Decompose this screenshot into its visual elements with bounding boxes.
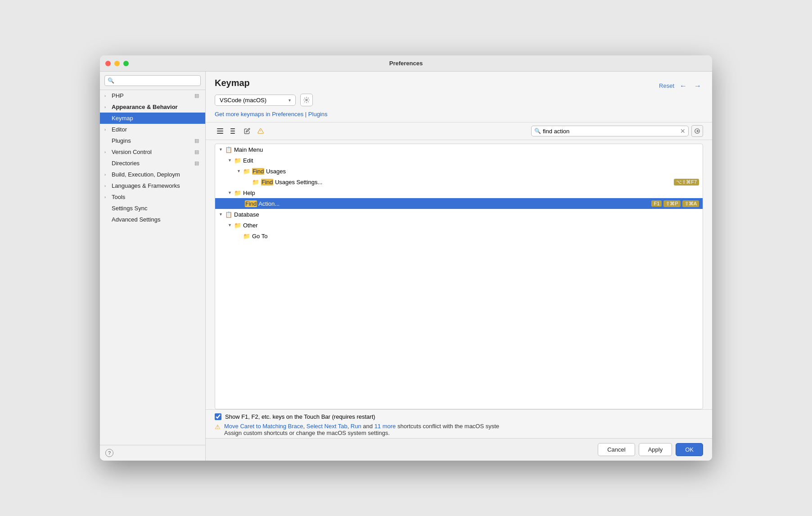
shortcut-badge: ⌥⇧⌘F7 — [674, 179, 699, 186]
sidebar-item-label: Languages & Frameworks — [112, 182, 201, 189]
sidebar-item-editor[interactable]: › Editor — [100, 124, 205, 135]
tree-row[interactable]: ▼ 📁 Other — [215, 220, 703, 231]
sidebar-item-build-execution[interactable]: › Build, Execution, Deploym — [100, 169, 205, 180]
folder-icon: 📁 — [234, 222, 241, 229]
sidebar-item-advanced-settings[interactable]: Advanced Settings — [100, 214, 205, 225]
warning-link-4[interactable]: 11 more — [374, 423, 396, 430]
panel-header: Keymap Reset ← → VSCode (macOS) ▾ — [206, 72, 712, 122]
tree-row[interactable]: ▼ 📋 Database — [215, 209, 703, 220]
chevron-icon: › — [104, 127, 111, 132]
chevron-icon: › — [104, 184, 111, 188]
shortcuts: ⌥⇧⌘F7 — [674, 179, 699, 186]
badge-icon: ▤ — [194, 149, 201, 155]
sidebar-item-directories[interactable]: Directories ▤ — [100, 158, 205, 169]
warning-link-3[interactable]: Run — [351, 423, 361, 430]
sidebar-item-keymap[interactable]: Keymap — [100, 113, 205, 124]
sidebar-item-php[interactable]: › PHP ▤ — [100, 90, 205, 101]
row-label: Database — [234, 211, 699, 218]
sidebar-item-tools[interactable]: › Tools — [100, 191, 205, 203]
tree-row-find-action[interactable]: Find Action... F1 ⇧⌘P ⇧⌘A — [215, 198, 703, 209]
close-button[interactable] — [105, 61, 111, 66]
tree-row[interactable]: 📁 Go To — [215, 231, 703, 241]
expand-all-button[interactable] — [215, 126, 226, 136]
sidebar-item-version-control[interactable]: › Version Control ▤ — [100, 146, 205, 158]
folder-icon: 📁 — [252, 179, 259, 186]
warning-link-2[interactable]: Select Next Tab — [307, 423, 347, 430]
chevron-icon: › — [104, 195, 111, 199]
find-highlight: Find — [245, 200, 257, 207]
sidebar-bottom: ? — [100, 445, 205, 461]
row-label: Main Menu — [234, 146, 699, 153]
warning-text: Move Caret to Matching Brace, Select Nex… — [224, 423, 499, 436]
row-label: Find Action... — [245, 200, 651, 207]
sidebar-item-label: Keymap — [112, 115, 201, 122]
sidebar-item-appearance-behavior[interactable]: › Appearance & Behavior — [100, 101, 205, 113]
expander-icon: ▼ — [228, 190, 234, 195]
row-label: Help — [243, 190, 699, 196]
collapse-all-button[interactable] — [228, 126, 239, 136]
tree-row[interactable]: ▼ 📁 Help — [215, 187, 703, 198]
nav-buttons: Reset ← → — [659, 81, 703, 91]
svg-rect-3 — [217, 133, 223, 134]
sidebar-item-plugins[interactable]: Plugins ▤ — [100, 135, 205, 146]
sidebar-item-label: Settings Sync — [112, 205, 201, 212]
warning-filter-button[interactable] — [255, 126, 266, 136]
search-clear-button[interactable]: ✕ — [680, 127, 686, 135]
tree-row[interactable]: ▼ 📁 Edit — [215, 155, 703, 166]
sidebar-item-settings-sync[interactable]: Settings Sync — [100, 203, 205, 214]
cancel-button[interactable]: Cancel — [598, 443, 635, 456]
sidebar-item-label: PHP — [112, 92, 194, 99]
keymap-dropdown-label: VSCode (macOS) — [220, 97, 266, 104]
search-icon: 🔍 — [534, 128, 541, 134]
tree-row[interactable]: ▼ 📁 Find Usages — [215, 166, 703, 177]
bottom-area: Show F1, F2, etc. keys on the Touch Bar … — [206, 409, 712, 438]
forward-button[interactable]: → — [692, 81, 703, 91]
plugins-link[interactable]: Get more keymaps in Preferences | Plugin… — [215, 111, 328, 118]
row-label: Edit — [243, 157, 699, 164]
record-shortcut-button[interactable] — [691, 125, 703, 137]
help-button[interactable]: ? — [105, 449, 113, 457]
warning-suffix: shortcuts conflict with the macOS syste — [397, 423, 499, 430]
main-content: › PHP ▤ › Appearance & Behavior Keymap ›… — [100, 72, 712, 461]
sidebar-search-input[interactable] — [104, 75, 201, 86]
expand-all-icon — [217, 127, 224, 135]
expander-icon: ▼ — [219, 212, 225, 217]
gear-icon — [303, 97, 310, 103]
apply-button[interactable]: Apply — [639, 443, 672, 456]
reset-button[interactable]: Reset — [659, 82, 674, 89]
maximize-button[interactable] — [123, 61, 129, 66]
ok-button[interactable]: OK — [676, 443, 703, 456]
sidebar-search-container — [100, 72, 205, 90]
row-label: Find Usages Settings... — [261, 179, 674, 186]
folder-icon: 📁 — [234, 190, 241, 196]
tree-row[interactable]: 📁 Find Usages Settings... ⌥⇧⌘F7 — [215, 177, 703, 187]
shortcut-badge-f1: F1 — [651, 200, 662, 207]
svg-rect-2 — [217, 131, 223, 131]
svg-rect-6 — [230, 133, 235, 134]
expander-icon: ▼ — [228, 158, 234, 163]
edit-shortcut-button[interactable] — [242, 126, 253, 136]
search-input[interactable] — [543, 128, 678, 135]
checkbox-row: Show F1, F2, etc. keys on the Touch Bar … — [215, 413, 703, 420]
warning-link-1[interactable]: Move Caret to Matching Brace — [224, 423, 303, 430]
panel-title: Keymap — [215, 78, 250, 88]
chevron-icon: › — [104, 105, 111, 109]
back-button[interactable]: ← — [678, 81, 689, 91]
minimize-button[interactable] — [114, 61, 120, 66]
gear-button[interactable] — [300, 94, 313, 106]
checkbox-label: Show F1, F2, etc. keys on the Touch Bar … — [225, 413, 375, 420]
sidebar-item-label: Build, Execution, Deploym — [112, 171, 201, 178]
folder-icon: 📁 — [234, 157, 241, 164]
window-controls — [105, 61, 129, 66]
sidebar-item-languages-frameworks[interactable]: › Languages & Frameworks — [100, 180, 205, 191]
sidebar: › PHP ▤ › Appearance & Behavior Keymap ›… — [100, 72, 206, 461]
badge-icon: ▤ — [194, 138, 201, 144]
tree-row[interactable]: ▼ 📋 Main Menu — [215, 144, 703, 155]
sidebar-item-label: Appearance & Behavior — [112, 104, 201, 110]
warning-line2: Assign custom shortcuts or change the ma… — [224, 430, 390, 436]
sidebar-item-label: Editor — [112, 126, 201, 133]
warning-icon: ⚠ — [215, 423, 221, 430]
keymap-dropdown[interactable]: VSCode (macOS) ▾ — [215, 95, 296, 106]
touch-bar-checkbox[interactable] — [215, 413, 221, 420]
svg-point-0 — [306, 99, 307, 101]
